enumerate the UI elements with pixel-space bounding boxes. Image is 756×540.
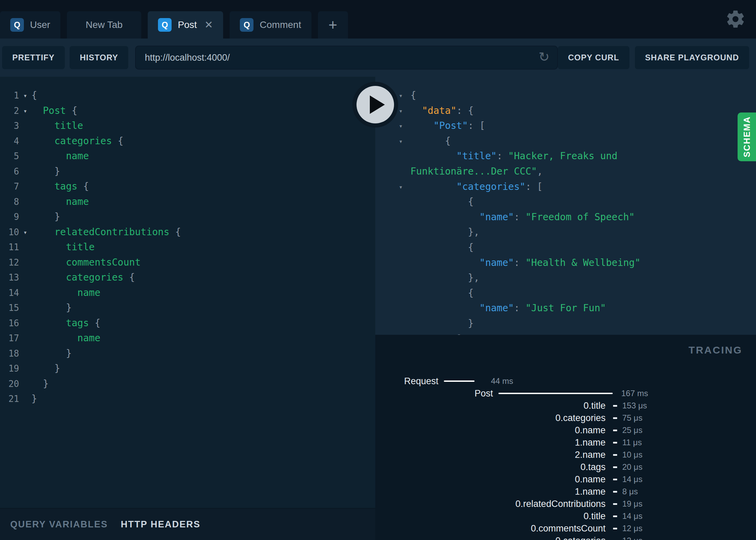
code-token: tags [31,316,94,331]
response-line: ▾ { [399,134,756,149]
copy-curl-button[interactable]: COPY CURL [558,46,629,69]
fold-toggle-icon[interactable]: ▾ [399,179,410,195]
schema-tab-label: SCHEMA [742,116,752,157]
tracing-row: 0.title153 μs [375,400,756,412]
settings-gear-icon[interactable] [725,9,746,29]
tracing-duration-bar [444,380,475,382]
tab-post[interactable]: Q Post ✕ [148,11,223,39]
tracing-dash [613,466,617,468]
editor-line: 9 } [0,209,375,225]
fold-gutter [19,134,31,149]
code-token: } [31,391,37,407]
editor-line: 15 } [0,300,375,316]
fold-toggle-icon[interactable]: ▾ [19,88,31,103]
code-token [410,255,479,271]
code-token: "name" [479,301,514,316]
code-token: { [175,225,181,240]
response-line: { [399,194,756,210]
code-token: relatedContributions [31,225,175,240]
code-token: { [118,134,123,149]
code-token: } [31,376,49,392]
close-tab-icon[interactable]: ✕ [204,20,213,30]
tab-comment[interactable]: Q Comment [230,11,311,39]
execute-query-button[interactable] [352,82,398,127]
fold-gutter [399,301,410,316]
tracing-label: Post [375,388,493,399]
tracing-row: 0.categories75 μs [375,412,756,424]
code-token: ] [410,331,462,335]
tracing-row: 0.name25 μs [375,424,756,436]
code-token: { [129,270,135,285]
code-token: "name" [479,210,514,225]
response-viewer: ▾{▾ "data": {▾ "Post": [▾ { "title": "Ha… [399,88,756,335]
schema-side-tab[interactable]: SCHEMA [738,112,756,161]
code-token: "Post" [433,118,468,134]
editor-line: 7 tags { [0,179,375,194]
tracing-duration: 8 μs [622,487,638,496]
history-button[interactable]: HISTORY [70,46,128,69]
response-line: ▾ "Post": [ [399,118,756,134]
reload-schema-icon[interactable]: ↺ [539,49,550,64]
tab-new-tab[interactable]: New Tab [67,11,141,39]
code-token: "Health & Wellbeing" [525,255,640,271]
tracing-duration: 10 μs [622,450,642,460]
query-editor[interactable]: 1▾{2▾ Post {3 title4 categories {5 name6… [0,88,375,407]
fold-gutter [399,149,410,164]
query-badge-icon: Q [240,18,253,32]
tab-user[interactable]: Q User [0,11,60,39]
tracing-dash [613,528,617,529]
tracing-label: 0.commentsCount [375,523,606,534]
share-playground-button[interactable]: SHARE PLAYGROUND [635,46,749,69]
editor-line: 5 name [0,149,375,164]
fold-gutter [399,225,410,240]
editor-line: 19 } [0,361,375,376]
fold-gutter [399,240,410,255]
response-line: ] [399,331,756,335]
tab-label: New Tab [86,19,122,30]
code-token: categories [31,134,118,149]
tracing-label: 0.name [375,474,606,485]
editor-line: 21} [0,391,375,407]
tracing-dash [613,417,617,419]
fold-gutter [19,240,31,255]
tracing-duration: 19 μs [622,499,642,509]
response-line: { [399,240,756,255]
code-token: } [31,361,60,376]
code-token [410,301,479,316]
fold-toggle-icon[interactable]: ▾ [399,103,410,119]
response-line: "name": "Just For Fun" [399,301,756,316]
tab-label: Comment [260,19,301,30]
tracing-duration: 75 μs [622,413,642,423]
tab-label: User [30,19,50,30]
prettify-button[interactable]: PRETTIFY [2,46,65,69]
code-token: name [31,194,89,210]
line-number: 14 [0,285,19,301]
http-headers-tab[interactable]: HTTP HEADERS [121,519,201,530]
fold-gutter [399,331,410,335]
code-token: } [31,164,60,179]
fold-gutter [19,118,31,134]
fold-toggle-icon[interactable]: ▾ [399,88,410,103]
code-token [410,210,479,225]
tracing-duration: 12 μs [622,524,642,533]
query-variables-tab[interactable]: QUERY VARIABLES [10,519,108,530]
endpoint-url-value: http://localhost:4000/ [145,52,230,63]
endpoint-url-input[interactable]: http://localhost:4000/ ↺ [135,46,558,70]
code-token: name [31,331,100,346]
response-line: }, [399,225,756,240]
fold-gutter [19,346,31,361]
line-number: 12 [0,255,19,270]
add-tab-button[interactable]: + [318,11,348,39]
tracing-dash [613,405,617,407]
fold-toggle-icon[interactable]: ▾ [399,118,410,134]
line-number: 20 [0,376,19,392]
code-token: { [410,240,474,255]
response-line: ▾{ [399,88,756,103]
tracing-duration: 25 μs [622,425,642,435]
editor-line: 10▾ relatedContributions { [0,225,375,240]
fold-toggle-icon[interactable]: ▾ [19,225,31,240]
response-line: { [399,286,756,301]
editor-line: 8 name [0,194,375,210]
fold-toggle-icon[interactable]: ▾ [399,134,410,149]
fold-toggle-icon[interactable]: ▾ [19,103,31,119]
